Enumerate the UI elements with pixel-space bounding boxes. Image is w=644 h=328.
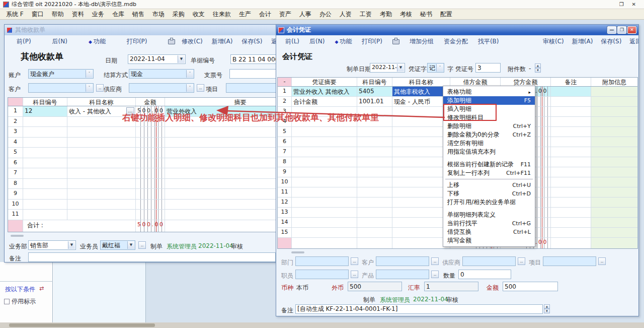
minimize-button[interactable]: —	[607, 26, 616, 34]
row-number-cell[interactable]: 5	[8, 148, 23, 158]
row-number-cell[interactable]: 3	[8, 127, 23, 137]
memo-cell[interactable]	[165, 127, 279, 137]
extra-cell[interactable]	[591, 177, 638, 187]
code-cell[interactable]	[23, 127, 67, 137]
voucher-note-field[interactable]	[295, 304, 543, 314]
extra-cell[interactable]	[591, 87, 638, 96]
context-menu-item-6[interactable]: 清空所有明细	[443, 139, 535, 148]
summary-cell[interactable]	[292, 147, 357, 157]
app-titlebar[interactable]: 综合管理 oit 20221020 - 本地-db\演示信息.mdb ❐ ✕	[0, 0, 644, 9]
name-cell[interactable]	[67, 148, 136, 158]
context-menu-item-12[interactable]: 上移Ctrl+U	[443, 181, 535, 189]
memo-cell[interactable]	[165, 189, 279, 199]
amount-field[interactable]	[503, 282, 558, 291]
voucher-number-field[interactable]	[475, 63, 501, 73]
extra-cell[interactable]	[591, 198, 638, 207]
note-cell[interactable]	[551, 198, 591, 207]
row-number-cell[interactable]: 10	[8, 200, 23, 210]
chevron-down-icon[interactable]: ˅	[436, 64, 443, 72]
name-cell[interactable]	[392, 107, 450, 116]
menubar-item-21[interactable]: 配置	[436, 9, 456, 20]
name-cell[interactable]	[392, 147, 450, 157]
context-menu-item-1[interactable]: 添加明细F5	[443, 96, 535, 105]
chevron-down-icon[interactable]: ˅	[86, 84, 93, 92]
menubar-item-11[interactable]: 生产	[235, 9, 255, 20]
staff-lookup-button[interactable]: ..	[351, 271, 358, 278]
code-cell[interactable]	[357, 218, 392, 227]
row-number-cell[interactable]: 7	[8, 168, 23, 178]
menubar-item-18[interactable]: 考勤	[376, 9, 396, 20]
name-cell[interactable]	[392, 127, 450, 137]
memo-cell[interactable]	[165, 210, 279, 220]
menubar-item-19[interactable]: 考核	[396, 9, 416, 20]
dept-lookup-button[interactable]: ..	[351, 257, 358, 265]
row-number-cell[interactable]: 2	[278, 97, 292, 106]
note-cell[interactable]	[551, 177, 591, 187]
name-cell[interactable]	[67, 138, 136, 148]
qty-field[interactable]	[458, 270, 511, 279]
menubar-item-9[interactable]: 收支	[189, 9, 209, 20]
foreign-field[interactable]	[348, 282, 402, 291]
code-cell[interactable]	[357, 177, 392, 187]
cheque-field[interactable]	[229, 69, 280, 79]
note-cell[interactable]	[551, 228, 591, 237]
voucher-toolbar-item-2[interactable]: ◆功能	[335, 37, 352, 46]
context-menu-item-2[interactable]: 插入明细	[443, 105, 535, 113]
summary-cell[interactable]	[292, 187, 357, 197]
scrollbar-thumb[interactable]	[9, 323, 155, 327]
note-cell[interactable]	[551, 187, 591, 197]
code-cell[interactable]	[23, 200, 67, 210]
code-cell[interactable]	[23, 179, 67, 189]
voucher-date-combo[interactable]: 2022-11-04 ▼	[370, 63, 405, 73]
code-cell[interactable]	[23, 158, 67, 168]
receipt-toolbar-item-0[interactable]: 前(P)	[17, 37, 31, 46]
receipt-toolbar-item-4[interactable]	[168, 37, 175, 46]
note-cell[interactable]	[551, 147, 591, 157]
code-cell[interactable]	[23, 210, 67, 220]
customer-lookup-button[interactable]: ..	[96, 84, 104, 92]
memo-cell[interactable]	[165, 138, 279, 148]
memo-cell[interactable]	[165, 200, 279, 210]
code-cell[interactable]	[357, 147, 392, 157]
chevron-down-icon[interactable]: ▼	[68, 241, 75, 249]
close-button[interactable]: ✕	[627, 26, 636, 34]
name-cell[interactable]	[392, 177, 450, 187]
voucher-toolbar-item-7[interactable]: 找平(B)	[478, 37, 499, 46]
code-cell[interactable]	[23, 138, 67, 148]
summary-cell[interactable]	[292, 228, 357, 237]
extra-cell[interactable]	[591, 187, 638, 197]
menubar-item-20[interactable]: 秘书	[416, 9, 436, 20]
project-field[interactable]	[543, 256, 596, 266]
summary-cell[interactable]: 合计金额	[292, 97, 357, 106]
voucher-toolbar-item-5[interactable]: 增加分组	[410, 37, 434, 46]
code-cell[interactable]	[357, 167, 392, 177]
attach-spinner[interactable]: ▲▼	[535, 63, 541, 73]
clerk-lookup-button[interactable]: ..	[138, 241, 146, 249]
account-combo[interactable]: 现金账户 ˅	[28, 69, 94, 79]
code-cell[interactable]	[23, 189, 67, 199]
receipt-toolbar-item-r-2[interactable]: 保存(S)	[242, 37, 262, 46]
project-lookup-button[interactable]: ..	[598, 257, 606, 265]
row-number-cell[interactable]: 10	[278, 177, 292, 187]
extra-cell[interactable]	[591, 107, 638, 116]
voucher-toolbar-item-0[interactable]: 前(L)	[285, 37, 299, 46]
code-cell[interactable]: 5405	[357, 87, 392, 96]
extra-cell[interactable]	[591, 228, 638, 237]
name-cell[interactable]	[392, 218, 450, 227]
summary-cell[interactable]	[292, 198, 357, 207]
amount-cell[interactable]	[136, 200, 165, 210]
menubar-item-10[interactable]: 往来款	[209, 9, 235, 20]
row-number-cell[interactable]: 5	[278, 127, 292, 137]
row-number-cell[interactable]: 6	[8, 158, 23, 168]
amount-cell[interactable]	[136, 127, 165, 137]
summary-cell[interactable]	[292, 218, 357, 227]
voucher-toolbar-item-r-3[interactable]: 返回	[629, 37, 638, 46]
menubar-item-4[interactable]: 业务	[88, 9, 108, 20]
menubar-item-7[interactable]: 市场	[148, 9, 169, 20]
extra-cell[interactable]	[591, 117, 638, 126]
row-number-cell[interactable]: 2	[8, 117, 23, 127]
menubar-item-13[interactable]: 资产	[275, 9, 295, 20]
voucher-word-combo[interactable]: 记 ˅	[427, 63, 444, 73]
summary-cell[interactable]	[292, 127, 357, 137]
code-cell[interactable]	[357, 198, 392, 207]
